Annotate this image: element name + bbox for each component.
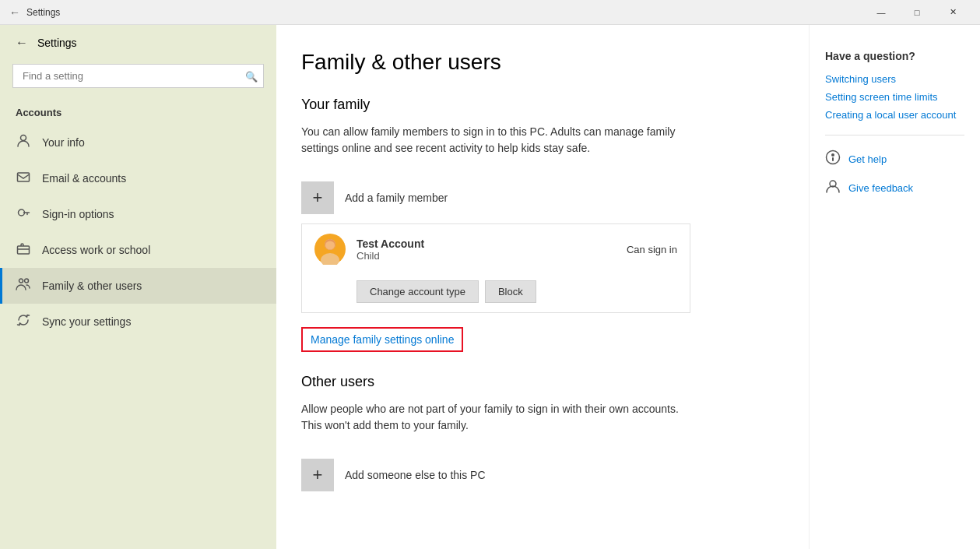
get-help-label[interactable]: Get help xyxy=(848,153,887,165)
avatar xyxy=(314,234,346,265)
help-divider xyxy=(825,135,964,135)
help-link-switching-users[interactable]: Switching users xyxy=(825,73,964,85)
help-title: Have a question? xyxy=(825,50,964,62)
sidebar-item-sign-in-options[interactable]: Sign-in options xyxy=(0,196,276,232)
account-role: Child xyxy=(357,250,616,262)
sidebar-item-sync-settings[interactable]: Sync your settings xyxy=(0,304,276,340)
sidebar-item-access-work[interactable]: Access work or school xyxy=(0,232,276,268)
sidebar-item-label: Family & other users xyxy=(42,280,142,292)
add-other-user-icon: + xyxy=(301,459,334,491)
svg-rect-1 xyxy=(18,173,30,181)
help-link-local-account[interactable]: Creating a local user account xyxy=(825,109,964,121)
sidebar-item-email-accounts[interactable]: Email & accounts xyxy=(0,160,276,196)
search-icon: 🔍 xyxy=(245,70,258,82)
sidebar: ← Settings 🔍 Accounts Your info xyxy=(0,25,276,549)
other-users-desc: Allow people who are not part of your fa… xyxy=(301,401,690,434)
block-button[interactable]: Block xyxy=(485,280,536,303)
briefcase-icon xyxy=(16,241,31,259)
titlebar-back-icon: ← xyxy=(9,6,20,19)
account-card-test: Test Account Child Can sign in Change ac… xyxy=(301,223,690,313)
change-account-type-button[interactable]: Change account type xyxy=(357,280,479,303)
account-info: Test Account Child xyxy=(357,238,616,262)
account-status: Can sign in xyxy=(627,244,677,255)
sidebar-item-your-info[interactable]: Your info xyxy=(0,125,276,160)
svg-point-0 xyxy=(21,135,26,141)
sidebar-item-label: Sign-in options xyxy=(42,208,114,220)
add-family-icon: + xyxy=(301,181,334,214)
minimize-button[interactable]: — xyxy=(863,0,899,25)
sidebar-section-label: Accounts xyxy=(0,100,276,125)
titlebar-controls: — □ ✕ xyxy=(863,0,971,25)
search-input[interactable] xyxy=(12,64,264,88)
svg-point-10 xyxy=(325,241,335,250)
your-family-desc: You can allow family members to sign in … xyxy=(301,124,690,157)
feedback-icon xyxy=(825,178,841,198)
give-feedback-action[interactable]: Give feedback xyxy=(825,178,964,198)
page-title: Family & other users xyxy=(301,50,778,75)
your-family-title: Your family xyxy=(301,97,778,113)
main-content: Family & other users Your family You can… xyxy=(276,25,809,549)
svg-point-12 xyxy=(831,153,834,157)
add-family-member-row[interactable]: + Add a family member xyxy=(301,172,690,223)
email-icon xyxy=(16,170,31,187)
sidebar-item-label: Sync your settings xyxy=(42,315,131,328)
key-icon xyxy=(16,206,31,223)
account-card-header: Test Account Child Can sign in xyxy=(302,224,690,274)
svg-rect-3 xyxy=(18,246,30,254)
sidebar-back-button[interactable]: ← Settings xyxy=(0,25,276,61)
right-panel: Have a question? Switching users Setting… xyxy=(809,25,980,549)
get-help-action[interactable]: Get help xyxy=(825,150,964,169)
family-icon xyxy=(16,277,31,294)
back-arrow-icon: ← xyxy=(16,36,28,50)
sidebar-item-family-users[interactable]: Family & other users xyxy=(0,268,276,304)
account-card-actions: Change account type Block xyxy=(302,274,690,312)
sidebar-item-label: Your info xyxy=(42,136,85,149)
sidebar-search-container: 🔍 xyxy=(12,64,264,88)
get-help-icon xyxy=(825,150,841,169)
sidebar-back-label: Settings xyxy=(37,37,77,49)
give-feedback-label[interactable]: Give feedback xyxy=(848,182,913,194)
sync-icon xyxy=(16,313,31,330)
manage-family-link[interactable]: Manage family settings online xyxy=(301,327,463,352)
close-button[interactable]: ✕ xyxy=(935,0,971,25)
svg-point-4 xyxy=(19,279,23,283)
app-body: ← Settings 🔍 Accounts Your info xyxy=(0,25,980,549)
maximize-button[interactable]: □ xyxy=(899,0,935,25)
person-icon xyxy=(16,134,31,151)
svg-point-5 xyxy=(25,279,29,283)
svg-rect-13 xyxy=(832,157,834,161)
account-name: Test Account xyxy=(357,238,616,250)
help-link-screen-time[interactable]: Setting screen time limits xyxy=(825,91,964,103)
add-family-label: Add a family member xyxy=(345,192,448,204)
titlebar-title: Settings xyxy=(26,7,60,18)
sidebar-item-label: Access work or school xyxy=(42,244,150,256)
titlebar-left: ← Settings xyxy=(9,6,60,19)
add-other-user-row[interactable]: + Add someone else to this PC xyxy=(301,449,690,501)
add-other-user-label: Add someone else to this PC xyxy=(345,469,486,481)
sidebar-item-label: Email & accounts xyxy=(42,172,126,185)
title-bar: ← Settings — □ ✕ xyxy=(0,0,980,25)
other-users-title: Other users xyxy=(301,374,778,390)
